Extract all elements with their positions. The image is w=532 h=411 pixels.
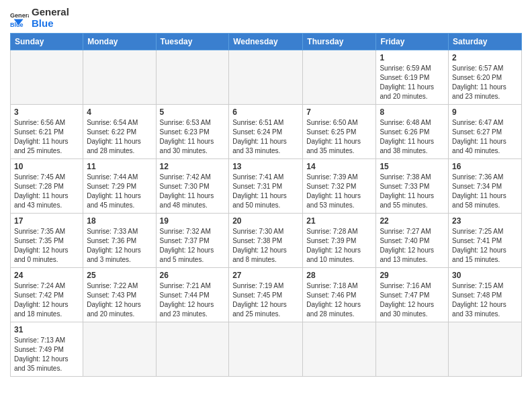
logo-text-blue: Blue bbox=[32, 18, 69, 30]
day-number: 25 bbox=[87, 271, 152, 280]
calendar-cell bbox=[156, 50, 229, 105]
day-number: 17 bbox=[14, 216, 79, 226]
day-info: Sunrise: 6:47 AM Sunset: 6:27 PM Dayligh… bbox=[452, 118, 518, 156]
calendar-cell: 23Sunrise: 7:25 AM Sunset: 7:41 PM Dayli… bbox=[449, 214, 522, 268]
day-info: Sunrise: 7:27 AM Sunset: 7:40 PM Dayligh… bbox=[380, 227, 445, 265]
day-number: 6 bbox=[232, 107, 299, 117]
day-info: Sunrise: 7:35 AM Sunset: 7:35 PM Dayligh… bbox=[14, 227, 79, 265]
calendar-cell: 14Sunrise: 7:39 AM Sunset: 7:32 PM Dayli… bbox=[303, 159, 376, 214]
calendar-week-row: 24Sunrise: 7:24 AM Sunset: 7:42 PM Dayli… bbox=[11, 268, 522, 322]
day-number: 12 bbox=[160, 162, 226, 171]
calendar-cell bbox=[156, 322, 229, 377]
day-number: 3 bbox=[14, 107, 79, 117]
day-info: Sunrise: 7:33 AM Sunset: 7:36 PM Dayligh… bbox=[87, 227, 152, 265]
day-number: 13 bbox=[232, 162, 299, 171]
calendar-header-saturday: Saturday bbox=[449, 34, 522, 50]
day-number: 14 bbox=[306, 162, 372, 171]
day-info: Sunrise: 7:44 AM Sunset: 7:29 PM Dayligh… bbox=[87, 173, 152, 210]
day-info: Sunrise: 7:41 AM Sunset: 7:31 PM Dayligh… bbox=[232, 173, 299, 210]
day-info: Sunrise: 6:56 AM Sunset: 6:21 PM Dayligh… bbox=[14, 118, 79, 156]
day-info: Sunrise: 6:57 AM Sunset: 6:20 PM Dayligh… bbox=[452, 64, 518, 101]
calendar-week-row: 1Sunrise: 6:59 AM Sunset: 6:19 PM Daylig… bbox=[11, 50, 522, 105]
day-info: Sunrise: 6:51 AM Sunset: 6:24 PM Dayligh… bbox=[232, 118, 299, 156]
day-info: Sunrise: 7:30 AM Sunset: 7:38 PM Dayligh… bbox=[232, 227, 299, 265]
svg-text:Blue: Blue bbox=[10, 21, 24, 27]
day-number: 28 bbox=[306, 271, 372, 280]
calendar-cell: 22Sunrise: 7:27 AM Sunset: 7:40 PM Dayli… bbox=[376, 214, 449, 268]
calendar-cell: 31Sunrise: 7:13 AM Sunset: 7:49 PM Dayli… bbox=[11, 322, 83, 377]
calendar-cell: 27Sunrise: 7:19 AM Sunset: 7:45 PM Dayli… bbox=[229, 268, 303, 322]
day-info: Sunrise: 7:24 AM Sunset: 7:42 PM Dayligh… bbox=[14, 281, 79, 319]
day-info: Sunrise: 6:50 AM Sunset: 6:25 PM Dayligh… bbox=[306, 118, 372, 156]
day-number: 21 bbox=[306, 216, 372, 226]
day-info: Sunrise: 7:38 AM Sunset: 7:33 PM Dayligh… bbox=[380, 173, 445, 210]
day-number: 10 bbox=[14, 162, 79, 171]
day-info: Sunrise: 7:28 AM Sunset: 7:39 PM Dayligh… bbox=[306, 227, 372, 265]
calendar-cell: 29Sunrise: 7:16 AM Sunset: 7:47 PM Dayli… bbox=[376, 268, 449, 322]
calendar-week-row: 31Sunrise: 7:13 AM Sunset: 7:49 PM Dayli… bbox=[11, 322, 522, 377]
calendar-cell: 7Sunrise: 6:50 AM Sunset: 6:25 PM Daylig… bbox=[303, 105, 376, 159]
calendar-cell: 28Sunrise: 7:18 AM Sunset: 7:46 PM Dayli… bbox=[303, 268, 376, 322]
day-number: 1 bbox=[380, 53, 445, 62]
day-number: 24 bbox=[14, 271, 79, 280]
day-number: 19 bbox=[160, 216, 226, 226]
calendar-cell: 25Sunrise: 7:22 AM Sunset: 7:43 PM Dayli… bbox=[83, 268, 156, 322]
logo: General Blue General Blue bbox=[10, 7, 69, 29]
day-info: Sunrise: 6:53 AM Sunset: 6:23 PM Dayligh… bbox=[160, 118, 226, 156]
day-info: Sunrise: 7:21 AM Sunset: 7:44 PM Dayligh… bbox=[160, 281, 226, 319]
calendar-header-thursday: Thursday bbox=[303, 34, 376, 50]
day-info: Sunrise: 7:25 AM Sunset: 7:41 PM Dayligh… bbox=[452, 227, 518, 265]
svg-text:General: General bbox=[10, 11, 29, 18]
calendar-header-row: SundayMondayTuesdayWednesdayThursdayFrid… bbox=[11, 34, 522, 50]
calendar-cell: 12Sunrise: 7:42 AM Sunset: 7:30 PM Dayli… bbox=[156, 159, 229, 214]
calendar-cell: 5Sunrise: 6:53 AM Sunset: 6:23 PM Daylig… bbox=[156, 105, 229, 159]
calendar-cell bbox=[376, 322, 449, 377]
day-number: 8 bbox=[380, 107, 445, 117]
day-info: Sunrise: 6:59 AM Sunset: 6:19 PM Dayligh… bbox=[380, 64, 445, 101]
day-number: 2 bbox=[452, 53, 518, 62]
day-info: Sunrise: 7:36 AM Sunset: 7:34 PM Dayligh… bbox=[452, 173, 518, 210]
day-number: 31 bbox=[14, 325, 79, 334]
calendar-cell: 16Sunrise: 7:36 AM Sunset: 7:34 PM Dayli… bbox=[449, 159, 522, 214]
day-number: 27 bbox=[232, 271, 299, 280]
day-info: Sunrise: 7:45 AM Sunset: 7:28 PM Dayligh… bbox=[14, 173, 79, 210]
day-info: Sunrise: 6:54 AM Sunset: 6:22 PM Dayligh… bbox=[87, 118, 152, 156]
logo-text-general: General bbox=[32, 7, 69, 18]
calendar-cell: 3Sunrise: 6:56 AM Sunset: 6:21 PM Daylig… bbox=[11, 105, 83, 159]
day-number: 4 bbox=[87, 107, 152, 117]
calendar-cell: 8Sunrise: 6:48 AM Sunset: 6:26 PM Daylig… bbox=[376, 105, 449, 159]
day-info: Sunrise: 7:13 AM Sunset: 7:49 PM Dayligh… bbox=[14, 336, 79, 373]
calendar-cell bbox=[229, 322, 303, 377]
calendar-cell: 13Sunrise: 7:41 AM Sunset: 7:31 PM Dayli… bbox=[229, 159, 303, 214]
calendar-cell: 15Sunrise: 7:38 AM Sunset: 7:33 PM Dayli… bbox=[376, 159, 449, 214]
calendar-cell: 18Sunrise: 7:33 AM Sunset: 7:36 PM Dayli… bbox=[83, 214, 156, 268]
calendar-cell: 10Sunrise: 7:45 AM Sunset: 7:28 PM Dayli… bbox=[11, 159, 83, 214]
day-number: 5 bbox=[160, 107, 226, 117]
calendar-header-friday: Friday bbox=[376, 34, 449, 50]
calendar-week-row: 3Sunrise: 6:56 AM Sunset: 6:21 PM Daylig… bbox=[11, 105, 522, 159]
calendar-cell bbox=[449, 322, 522, 377]
calendar-cell: 19Sunrise: 7:32 AM Sunset: 7:37 PM Dayli… bbox=[156, 214, 229, 268]
day-info: Sunrise: 7:42 AM Sunset: 7:30 PM Dayligh… bbox=[160, 173, 226, 210]
day-number: 29 bbox=[380, 271, 445, 280]
day-number: 22 bbox=[380, 216, 445, 226]
calendar-cell bbox=[303, 50, 376, 105]
calendar-cell: 2Sunrise: 6:57 AM Sunset: 6:20 PM Daylig… bbox=[449, 50, 522, 105]
day-number: 7 bbox=[306, 107, 372, 117]
calendar-cell: 4Sunrise: 6:54 AM Sunset: 6:22 PM Daylig… bbox=[83, 105, 156, 159]
day-number: 11 bbox=[87, 162, 152, 171]
generalblue-logo-icon: General Blue bbox=[10, 9, 29, 28]
calendar-cell: 11Sunrise: 7:44 AM Sunset: 7:29 PM Dayli… bbox=[83, 159, 156, 214]
calendar-header-wednesday: Wednesday bbox=[229, 34, 303, 50]
calendar-cell: 24Sunrise: 7:24 AM Sunset: 7:42 PM Dayli… bbox=[11, 268, 83, 322]
day-info: Sunrise: 7:39 AM Sunset: 7:32 PM Dayligh… bbox=[306, 173, 372, 210]
day-info: Sunrise: 7:18 AM Sunset: 7:46 PM Dayligh… bbox=[306, 281, 372, 319]
calendar-cell bbox=[83, 322, 156, 377]
day-info: Sunrise: 7:32 AM Sunset: 7:37 PM Dayligh… bbox=[160, 227, 226, 265]
calendar-cell: 20Sunrise: 7:30 AM Sunset: 7:38 PM Dayli… bbox=[229, 214, 303, 268]
calendar-cell: 26Sunrise: 7:21 AM Sunset: 7:44 PM Dayli… bbox=[156, 268, 229, 322]
page-header: General Blue General Blue bbox=[10, 7, 522, 29]
day-number: 18 bbox=[87, 216, 152, 226]
calendar-header-sunday: Sunday bbox=[11, 34, 83, 50]
day-info: Sunrise: 7:16 AM Sunset: 7:47 PM Dayligh… bbox=[380, 281, 445, 319]
